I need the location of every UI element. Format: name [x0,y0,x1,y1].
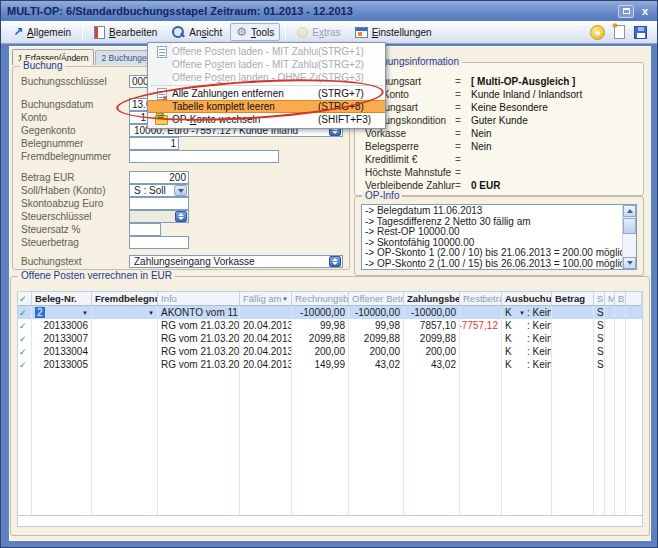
close-button[interactable]: x [639,5,651,17]
table-row[interactable]: ✓ 20133004 RG vom 21.03.2013 20.04.2013 … [18,345,642,358]
table-row[interactable]: ✓ 20133007 RG vom 21.03.2013 20.04.2013 … [18,332,642,345]
table-row[interactable]: ✓ 20133005 RG vom 21.03.2013 20.04.2013 … [18,358,642,371]
op-table: ✓ Beleg-Nr. Fremdbelegnummer Info Fällig… [17,291,643,527]
info-row: Belegsperre=Nein [365,140,643,153]
menu-tools[interactable]: ⚙ Tools [230,23,280,41]
info-row: Zahlungsart=Keine Besondere [365,101,643,114]
belegnummer-input[interactable]: 1 [129,137,179,150]
info-row: Verbleibende Zahlung=0 EUR [365,179,643,192]
group-op-info: OP-Info -> Belegdatum 11.06.2013 -> Tage… [354,196,644,276]
column-header[interactable]: S [594,292,605,305]
menu-einstellungen[interactable]: Einstellungen [349,24,438,41]
check-icon: ✓ [19,294,27,304]
fremdbelegnummer-input[interactable] [129,150,279,163]
check-icon: ✓ [19,347,27,357]
scrollbar[interactable] [622,205,636,269]
scroll-thumb[interactable] [623,218,636,234]
field-steuersatz: Steuersatz % [21,223,349,236]
sort-desc-icon: ▼ [282,296,288,302]
beleg-cell-editing[interactable]: 2▼ [32,306,92,319]
info-row: Kreditlimit €= [365,153,643,166]
chevron-down-icon[interactable] [174,185,187,196]
chevron-down-icon[interactable]: ▼ [82,310,88,316]
column-header[interactable]: Rechnungsbetrag [292,292,349,305]
window-title: MULTI-OP: 6/Standardbuchungsstapel Zeitr… [7,5,353,17]
op-info-line: -> Rest-OP 10000.00 [365,227,620,238]
table-row[interactable]: ✓ 20133006 RG vom 21.03.2013 20.04.2013 … [18,319,642,332]
menu-ansicht[interactable]: Ansicht [165,22,228,42]
buchungstext-combobox[interactable]: Zahlungseingang Vorkasse [129,255,343,268]
column-header[interactable]: Offener Betrag [349,292,404,305]
field-betrag: Betrag EUR 200 [21,171,349,184]
extras-icon [297,27,308,38]
info-row: OP-Konto=Kunde Inland / Inlandsort [365,88,643,101]
chevron-down-icon[interactable]: ▼ [517,310,527,316]
ausbuchungsart-cell[interactable]: K: Keine [502,332,552,345]
table-empty-area [18,371,642,515]
column-header[interactable]: Ausbuchungsart [502,292,552,305]
edit-icon [94,26,105,39]
menu-item-op-laden-mit: Offene Posten laden - MIT Zahlungsvorsch… [148,45,385,58]
menubar: ↗ Allgemein Bearbeiten Ansicht ⚙ Tools E… [1,21,657,44]
table-sum-row [18,515,642,526]
ausbuchungsart-cell[interactable]: K: Keine [502,345,552,358]
group-title: Offene Posten verrechnen in EUR [18,270,175,281]
ausbuchungsart-cell[interactable]: K: Keine [502,358,552,371]
scroll-down-icon[interactable] [623,257,636,269]
column-header[interactable]: Fremdbelegnummer [92,292,158,305]
app-window: MULTI-OP: 6/Standardbuchungsstapel Zeitr… [0,0,658,548]
ausbuchungsart-cell[interactable]: K▼: Keine [502,306,552,319]
info-row: Zahlungskondition=Guter Kunde [365,114,643,127]
op-info-listbox[interactable]: -> Belegdatum 11.06.2013 -> Tagesdiffere… [361,204,637,270]
spinner-icon[interactable] [175,211,187,222]
column-header[interactable]: Restbetrag [460,292,502,305]
fremd-cell-editing[interactable]: ▼ [92,306,158,319]
column-header [626,292,642,305]
field-fremdbelegnummer: Fremdbelegnummer [21,150,349,163]
column-header[interactable]: Betrag [552,292,594,305]
check-icon: ✓ [19,360,27,370]
check-icon: ✓ [19,321,27,331]
field-steuerbetrag: Steuerbetrag [21,236,349,249]
ausbuchungsart-cell[interactable]: K: Keine [502,319,552,332]
document-icon [157,46,167,58]
info-row: Buchungsart=[ Multi-OP-Ausgleich ] [365,75,643,88]
field-steuerschluessel: Steuerschlüssel [21,210,349,223]
table-header: ✓ Beleg-Nr. Fremdbelegnummer Info Fällig… [18,292,642,306]
post-booking-icon[interactable] [590,25,605,40]
op-info-line: -> Belegdatum 11.06.2013 [365,206,620,217]
check-icon: ✓ [19,308,27,318]
column-header[interactable]: Zahlungsbetrag [404,292,460,305]
column-header[interactable]: B [615,292,626,305]
menu-bearbeiten[interactable]: Bearbeiten [88,23,163,42]
restore-button[interactable] [618,5,634,18]
save-icon[interactable] [634,26,647,39]
chevron-down-icon[interactable]: ▼ [148,310,154,316]
select-column-header[interactable]: ✓ [18,292,32,305]
column-header[interactable]: Fällig am▼ [240,292,292,305]
menu-item-op-laden-ohne-skonto: Offene Posten laden - MIT Zahlungsvorsch… [148,58,385,71]
steuerschluessel-combobox[interactable] [129,210,189,223]
spinner-icon[interactable] [329,256,341,267]
menu-allgemein[interactable]: ↗ Allgemein [7,23,77,41]
scroll-up-icon[interactable] [623,205,636,217]
table-row[interactable]: ✓ 2▼ ▼ AKONTO vom 11.06.201 -10000,00 -1… [18,306,642,319]
skontoabzug-input[interactable] [129,197,189,210]
steuersatz-input[interactable] [129,223,161,236]
new-document-icon[interactable] [614,25,625,39]
column-header[interactable]: Info [158,292,240,305]
op-info-line: -> Rg-Skonto 1 (2.00 / 10) bis 21.06.201… [365,269,620,270]
check-icon: ✓ [19,334,27,344]
menu-extras: Extras [291,24,346,41]
field-sollhaben: Soll/Haben (Konto) S : Soll [21,184,349,197]
group-buchungsinformation: Buchungsinformation Buchungsart=[ Multi-… [354,62,644,196]
column-header[interactable]: Beleg-Nr. [32,292,92,305]
steuerbetrag-input[interactable] [129,236,189,249]
restore-icon [623,8,630,14]
group-offene-posten: Offene Posten verrechnen in EUR ✓ Beleg-… [10,276,650,536]
op-info-line: -> OP-Skonto 1 (2.00 / 10) bis 21.06.201… [365,248,620,259]
sollhaben-dropdown[interactable]: S : Soll [129,184,189,197]
betrag-input[interactable]: 200 [129,171,189,184]
column-header[interactable]: M [605,292,615,305]
group-title: OP-Info [362,190,402,201]
